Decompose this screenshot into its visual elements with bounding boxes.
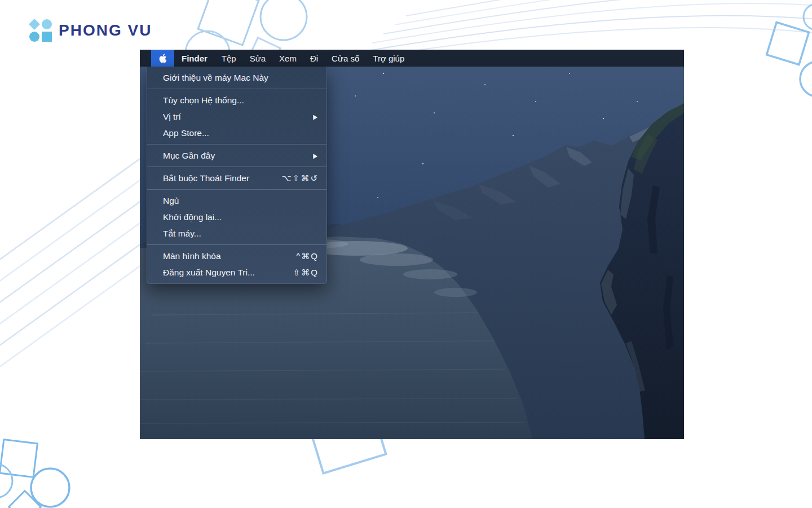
menu-item-label: Mục Gần đây — [163, 151, 313, 161]
menu-item-label: Đăng xuất Nguyen Tri... — [163, 268, 293, 278]
apple-logo-icon — [158, 52, 167, 64]
outline-shapes-bottom-left-icon — [0, 440, 69, 508]
menu-item[interactable]: Khởi động lại... — [147, 209, 326, 225]
menu-item[interactable]: Bắt buộc Thoát Finder⌥⇧⌘↺ — [147, 170, 326, 186]
menu-item-shortcut: ^⌘Q — [296, 251, 319, 261]
menu-item[interactable]: App Store... — [147, 125, 326, 141]
menu-bar: FinderTệpSửaXemĐiCửa sổTrợ giúp — [140, 50, 684, 67]
menubar-item-1[interactable]: Tệp — [215, 50, 243, 67]
macos-screenshot: FinderTệpSửaXemĐiCửa sổTrợ giúp Giới thi… — [140, 50, 684, 439]
submenu-arrow-icon: ▶ — [313, 152, 317, 159]
menu-item-label: Bắt buộc Thoát Finder — [163, 173, 282, 183]
menu-item[interactable]: Tùy chọn Hệ thống... — [147, 92, 326, 108]
menu-item[interactable]: Giới thiệu về máy Mac Này — [147, 69, 326, 86]
logo-diamond-icon — [29, 19, 39, 29]
menu-divider — [147, 189, 326, 190]
menu-item-label: Giới thiệu về máy Mac Này — [163, 73, 319, 83]
menu-item-label: Vị trí — [163, 112, 313, 122]
menubar-item-5[interactable]: Cửa sổ — [325, 50, 366, 67]
menu-item-shortcut: ⌥⇧⌘↺ — [282, 173, 319, 183]
menu-item-label: Ngủ — [163, 196, 319, 206]
menubar-item-4[interactable]: Đi — [303, 50, 325, 67]
menubar-item-3[interactable]: Xem — [272, 50, 303, 67]
menu-item[interactable]: Ngủ — [147, 192, 326, 209]
phongvu-logo: PHONG VU — [29, 19, 152, 42]
menubar-item-6[interactable]: Trợ giúp — [366, 50, 411, 67]
phongvu-logo-icon — [29, 19, 52, 42]
apple-menu-button[interactable] — [151, 50, 174, 67]
menu-item-label: Tắt máy... — [163, 229, 319, 239]
menu-item-label: Tùy chọn Hệ thống... — [163, 95, 319, 106]
menu-divider — [147, 167, 326, 167]
logo-circle-icon — [42, 19, 52, 29]
logo-circle-icon — [29, 32, 39, 42]
menu-item[interactable]: Đăng xuất Nguyen Tri...⇧⌘Q — [147, 264, 326, 281]
menu-item-label: App Store... — [163, 128, 319, 138]
menu-item[interactable]: Tắt máy... — [147, 225, 326, 242]
menu-divider — [147, 89, 326, 89]
menu-item[interactable]: Màn hình khóa^⌘Q — [147, 248, 326, 264]
apple-menu: Giới thiệu về máy Mac NàyTùy chọn Hệ thố… — [147, 67, 327, 284]
logo-square-icon — [42, 32, 52, 42]
menu-divider — [147, 144, 326, 144]
brand-name: PHONG VU — [59, 21, 152, 40]
menu-item[interactable]: Mục Gần đây▶ — [147, 147, 326, 164]
submenu-arrow-icon: ▶ — [313, 113, 317, 120]
menubar-item-0[interactable]: Finder — [174, 50, 215, 67]
menu-bar-items: FinderTệpSửaXemĐiCửa sổTrợ giúp — [174, 50, 411, 67]
menu-item-label: Khởi động lại... — [163, 212, 319, 222]
menubar-item-2[interactable]: Sửa — [243, 50, 272, 67]
menu-item-label: Màn hình khóa — [163, 251, 296, 261]
menu-item[interactable]: Vị trí▶ — [147, 108, 326, 125]
menu-divider — [147, 244, 326, 245]
menu-item-shortcut: ⇧⌘Q — [293, 268, 319, 278]
page: PHONG VU — [0, 0, 812, 508]
